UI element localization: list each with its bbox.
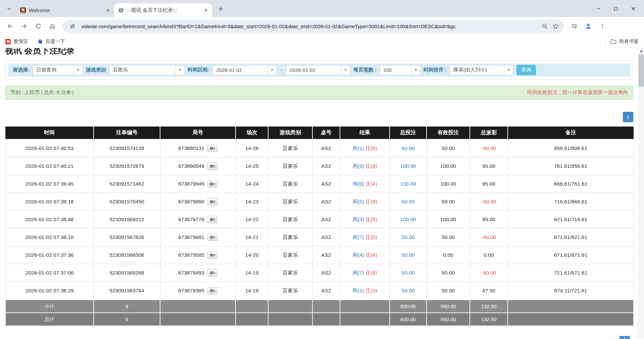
round-replay-button[interactable] <box>207 234 217 241</box>
subtotal-payout: 132.50 <box>470 300 508 313</box>
cell-game-kind: 百家乐 <box>268 229 312 246</box>
cell-payout: -50.00 <box>470 229 508 246</box>
total-bet-link[interactable]: 100.00 <box>400 181 416 187</box>
home-button[interactable] <box>46 19 59 33</box>
table-row: 2026-01-02 07:37:06 523091565268 6738794… <box>5 264 634 282</box>
page-1-button[interactable]: 1 <box>623 112 633 122</box>
cell-bet-id: 523091570450 <box>94 193 160 211</box>
back-button[interactable] <box>3 19 17 33</box>
column-header: 备注 <box>508 127 634 139</box>
currency-summary: 币别 : 人民币 | 总共 :9 注单 | <box>10 89 74 96</box>
media-controls-icon[interactable] <box>567 19 581 33</box>
subtotal-label: 小计 <box>5 300 94 313</box>
maximize-button[interactable] <box>607 0 625 17</box>
scrollbar-thumb[interactable] <box>638 54 644 87</box>
search-button[interactable]: 查询 <box>516 65 536 75</box>
bottom-page-1-button[interactable]: 1 <box>620 336 630 339</box>
reload-button[interactable] <box>32 19 45 33</box>
cell-total-bet: 50.00 <box>390 139 427 157</box>
total-bet-link[interactable]: 50.00 <box>402 288 415 293</box>
round-replay-button[interactable] <box>207 180 217 188</box>
tab-search-button[interactable] <box>3 3 15 14</box>
cell-valid-bet: 50.00 <box>427 139 470 157</box>
url-text[interactable]: videoie.com/game/betrecord_search/kind3?… <box>81 23 539 29</box>
total-total-bet: 600.00 <box>390 313 427 326</box>
cell-session: 14-22 <box>236 211 268 229</box>
total-bet-link[interactable]: 50.00 <box>402 252 415 258</box>
round-replay-button[interactable] <box>207 198 217 205</box>
sort-select[interactable]: 降幂(由大到小) <box>450 65 513 75</box>
cell-time: 2026-01-02 07:37:06 <box>5 264 94 282</box>
cell-round-id: 673880049 <box>160 157 236 175</box>
forward-button[interactable] <box>17 19 31 33</box>
cell-result: 闲(3) 庄(6) <box>340 211 390 229</box>
tab-close-icon[interactable] <box>104 7 111 14</box>
total-bet-link[interactable]: 50.00 <box>402 199 415 204</box>
game-kind-select[interactable]: 百家乐 <box>109 65 185 75</box>
tab-welcome[interactable]: Welcome <box>16 3 114 17</box>
round-replay-button[interactable] <box>207 269 217 277</box>
site-info-icon[interactable] <box>67 21 78 32</box>
table-header-row: 时间注单编号局号场次游戏类别桌号结果总投注有效投注总派彩备注 <box>5 127 634 139</box>
profile-avatar[interactable] <box>582 19 595 33</box>
cell-round-id: 673879866 <box>160 193 236 211</box>
bookmark-label: 爱淘宝 <box>13 38 28 45</box>
minimize-button[interactable] <box>590 0 607 17</box>
cell-game-kind: 百家乐 <box>268 193 312 211</box>
round-replay-button[interactable] <box>207 216 217 223</box>
menu-kebab-icon[interactable] <box>596 19 609 33</box>
page-scrollbar[interactable] <box>638 48 644 339</box>
taobao-favicon-icon: 淘 <box>5 39 11 44</box>
scrollbar-up-arrow[interactable] <box>638 48 644 54</box>
cell-round-id: 673880131 <box>160 139 236 157</box>
cell-round-id: 673879681 <box>160 229 236 246</box>
page-content: 视讯 会员下注纪录 请选择: 日期查询 游戏类别 百家乐 时间区间: 2026-… <box>0 48 638 339</box>
cell-result: 闲(1) 庄(0) <box>340 139 390 157</box>
result-player: 闲(3) <box>352 216 364 222</box>
column-header: 游戏类别 <box>268 127 312 139</box>
tab-betrecord[interactable]: :::视讯 会员下注纪录::: <box>114 3 212 17</box>
cell-time: 2026-01-02 07:40:53 <box>5 139 94 157</box>
zoom-icon[interactable] <box>539 21 550 32</box>
cell-game-kind: 百家乐 <box>268 264 312 282</box>
result-banker: 庄(8) <box>365 270 377 276</box>
video-camera-icon <box>210 200 215 204</box>
tab-close-icon[interactable] <box>202 7 209 14</box>
query-type-select[interactable]: 日期查询 <box>33 65 83 75</box>
total-bet-link[interactable]: 50.00 <box>402 234 415 240</box>
cell-game-kind: 百家乐 <box>268 157 312 175</box>
total-bet-link[interactable]: 100.00 <box>400 163 416 169</box>
date-end-select[interactable]: 2026-01-02 <box>286 65 350 75</box>
bookmark-label: 百度一下 <box>46 38 65 45</box>
round-replay-button[interactable] <box>207 145 217 152</box>
video-camera-icon <box>210 271 215 275</box>
bookmark-taobao[interactable]: 淘 爱淘宝 <box>5 38 28 45</box>
round-replay-button[interactable] <box>207 162 217 170</box>
all-bookmarks-button[interactable]: 所有书签 <box>610 38 639 45</box>
new-tab-button[interactable] <box>215 3 226 14</box>
url-bar[interactable]: videoie.com/game/betrecord_search/kind3?… <box>62 20 564 33</box>
close-button[interactable] <box>625 0 642 17</box>
date-start-select[interactable]: 2026-01-02 <box>212 65 277 75</box>
round-replay-button[interactable] <box>207 287 217 294</box>
total-bet-link[interactable]: 50.00 <box>402 145 415 151</box>
result-banker: 庄(4) <box>365 252 377 258</box>
filter-panel: 请选择: 日期查询 游戏类别 百家乐 时间区间: 2026-01-02 ~ 20 <box>5 60 633 80</box>
all-bookmarks-label: 所有书签 <box>619 38 639 45</box>
video-camera-icon <box>210 253 215 257</box>
result-banker: 庄(6) <box>365 216 377 222</box>
round-number: 673879585 <box>178 252 204 258</box>
round-replay-button[interactable] <box>207 251 217 259</box>
page-size-select[interactable]: 100 <box>380 65 420 75</box>
bookmark-baidu[interactable]: 百度一下 <box>38 38 65 45</box>
total-bet-link[interactable]: 100.00 <box>400 216 416 222</box>
cell-payout: -50.00 <box>470 193 508 211</box>
total-count: 9 <box>94 313 160 326</box>
column-header: 场次 <box>236 127 268 139</box>
subtotal-valid-bet: 550.00 <box>427 300 470 313</box>
cell-table-no: AS2 <box>312 175 340 193</box>
bookmark-star-icon[interactable] <box>550 21 561 32</box>
column-header: 总派彩 <box>470 127 508 139</box>
bookmarks-divider <box>605 38 606 45</box>
total-bet-link[interactable]: 50.00 <box>402 270 415 276</box>
